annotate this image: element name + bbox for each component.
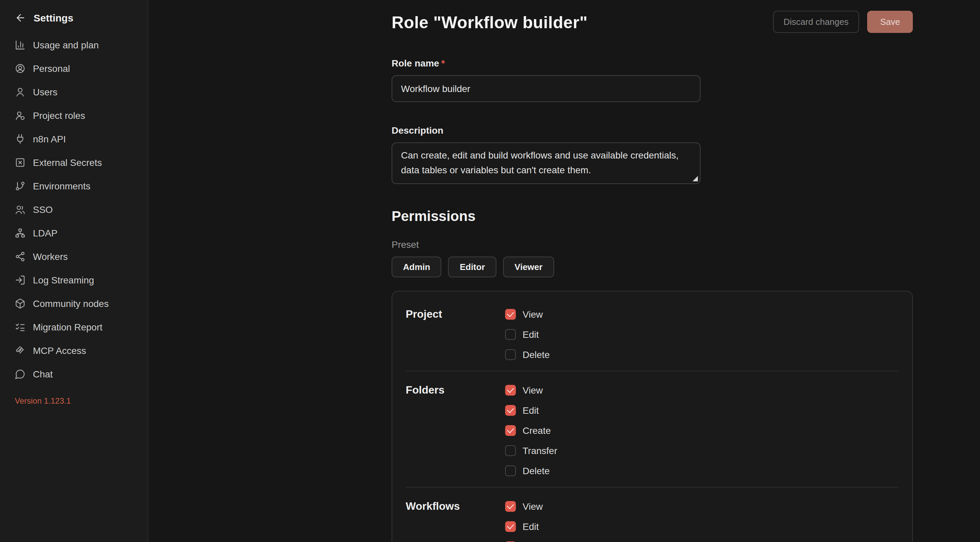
checkbox[interactable] (505, 445, 516, 456)
save-button[interactable]: Save (867, 11, 913, 33)
sidebar-item-label: SSO (33, 204, 53, 215)
sidebar-item-usage-and-plan[interactable]: Usage and plan (8, 33, 140, 56)
permission-row[interactable]: Create (505, 540, 551, 542)
checkbox[interactable] (505, 349, 516, 360)
sidebar-item-n8n-api[interactable]: n8n API (8, 127, 140, 151)
sidebar-item-label: Log Streaming (33, 274, 94, 285)
checkbox[interactable] (505, 329, 516, 340)
sidebar-item-log-streaming[interactable]: Log Streaming (8, 268, 140, 291)
preset-buttons: Admin Editor Viewer (391, 257, 913, 277)
permission-row[interactable]: View (505, 500, 551, 513)
permission-label: Delete (523, 466, 550, 476)
permission-row[interactable]: Edit (505, 328, 550, 341)
sidebar-title: Settings (33, 12, 73, 24)
checkbox[interactable] (505, 309, 516, 320)
permission-label: Edit (523, 405, 539, 416)
permission-row[interactable]: Edit (505, 404, 557, 417)
log-in-icon (15, 274, 25, 285)
sidebar-item-label: Workers (33, 251, 68, 262)
permission-list: View Edit Create (505, 500, 551, 542)
permission-row[interactable]: Create (505, 424, 557, 437)
role-name-label: Role name* (391, 58, 913, 68)
permission-list: View Edit Create Transfer (505, 383, 557, 477)
checkbox[interactable] (505, 425, 516, 436)
permission-group-name: Workflows (406, 500, 505, 513)
sidebar-item-project-roles[interactable]: Project roles (8, 103, 140, 127)
sidebar-item-mcp-access[interactable]: MCP Access (8, 339, 140, 362)
git-branch-icon (15, 180, 25, 191)
sidebar-item-label: Chat (33, 369, 53, 379)
permissions-heading: Permissions (391, 208, 913, 224)
user-icon (15, 86, 25, 97)
permission-row[interactable]: View (505, 308, 550, 321)
settings-sidebar: Settings Usage and plan Personal Users P… (0, 0, 148, 542)
permission-row[interactable]: Delete (505, 348, 550, 361)
sidebar-item-personal[interactable]: Personal (8, 56, 140, 80)
sidebar-item-community-nodes[interactable]: Community nodes (8, 291, 140, 315)
sidebar-item-label: MCP Access (33, 345, 86, 356)
bar-chart-icon (15, 39, 25, 50)
permission-list: View Edit Delete (505, 308, 550, 361)
permission-group-workflows: Workflows View Edit Create (406, 487, 899, 542)
sidebar-item-ldap[interactable]: LDAP (8, 221, 140, 245)
chat-bubble-icon (15, 369, 25, 379)
resize-handle-icon[interactable] (692, 176, 698, 181)
permission-label: View (523, 385, 543, 396)
checkbox[interactable] (505, 405, 516, 416)
settings-back-button[interactable]: Settings (8, 10, 140, 33)
sidebar-item-label: LDAP (33, 227, 57, 238)
sidebar-item-users[interactable]: Users (8, 80, 140, 103)
sidebar-item-label: Users (33, 86, 57, 97)
sidebar-item-external-secrets[interactable]: External Secrets (8, 151, 140, 174)
description-textarea[interactable]: Can create, edit and build workflows and… (391, 142, 701, 184)
sidebar-item-migration-report[interactable]: Migration Report (8, 315, 140, 339)
permission-group-name: Folders (406, 383, 505, 397)
permission-label: Delete (523, 349, 550, 360)
checkbox[interactable] (505, 385, 516, 396)
page-title: Role "Workflow builder" (391, 10, 588, 35)
sidebar-item-label: External Secrets (33, 157, 102, 168)
sidebar-item-chat[interactable]: Chat (8, 362, 140, 386)
permission-row[interactable]: Delete (505, 464, 557, 477)
main-content: Role "Workflow builder" Discard changes … (148, 0, 980, 542)
preset-editor-button[interactable]: Editor (449, 257, 496, 277)
sidebar-item-environments[interactable]: Environments (8, 174, 140, 197)
description-field-wrap: Can create, edit and build workflows and… (391, 142, 701, 184)
permission-label: Create (523, 425, 551, 436)
permission-label: Transfer (523, 445, 557, 456)
sidebar-item-label: Personal (33, 63, 70, 73)
network-icon (15, 251, 25, 262)
checkbox[interactable] (505, 466, 516, 476)
preset-viewer-button[interactable]: Viewer (503, 257, 554, 277)
permissions-card: Project View Edit Delete (391, 291, 913, 542)
user-role-icon (15, 110, 25, 121)
list-checks-icon (15, 321, 25, 332)
sidebar-item-label: Community nodes (33, 298, 109, 308)
plug-icon (15, 134, 25, 144)
permission-label: View (523, 501, 543, 512)
checkbox[interactable] (505, 501, 516, 512)
permission-row[interactable]: Edit (505, 520, 551, 533)
checkbox[interactable] (505, 521, 516, 532)
preset-admin-button[interactable]: Admin (391, 257, 442, 277)
sidebar-item-label: Usage and plan (33, 39, 99, 50)
permission-row[interactable]: View (505, 383, 557, 397)
app-window: Settings Usage and plan Personal Users P… (0, 0, 980, 542)
discard-changes-button[interactable]: Discard changes (773, 11, 859, 33)
permission-label: Edit (523, 521, 539, 532)
user-circle-icon (15, 63, 25, 73)
sidebar-item-label: Environments (33, 180, 90, 191)
permission-group-project: Project View Edit Delete (406, 296, 899, 371)
mcp-icon (15, 345, 25, 356)
sidebar-item-sso[interactable]: SSO (8, 197, 140, 221)
page-header: Role "Workflow builder" Discard changes … (391, 10, 913, 35)
role-name-input[interactable] (391, 75, 701, 102)
arrow-left-icon (15, 12, 26, 24)
preset-label: Preset (391, 239, 913, 250)
description-label: Description (391, 125, 913, 136)
box-x-icon (15, 157, 25, 168)
permission-row[interactable]: Transfer (505, 444, 557, 458)
sidebar-item-workers[interactable]: Workers (8, 245, 140, 268)
sidebar-item-label: Migration Report (33, 321, 102, 332)
version-label: Version 1.123.1 (15, 396, 133, 406)
